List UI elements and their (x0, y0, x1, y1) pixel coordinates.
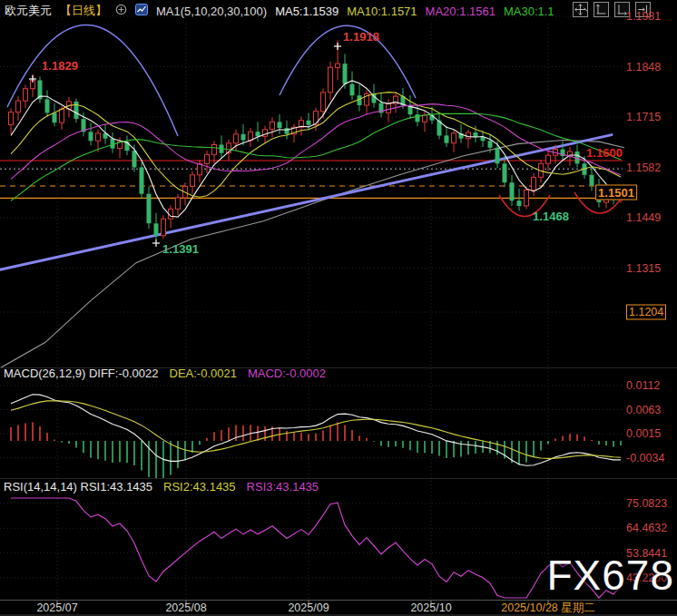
macd-diff-value: MACD(26,12,9) DIFF:-0.0022 (4, 367, 159, 380)
zoom-vertical-button[interactable] (594, 2, 609, 17)
chart-toolbar (573, 2, 651, 17)
rsi1-value: RSI(14,14,14) RSI1:43.1435 (4, 480, 152, 494)
jump-to-latest-icon (636, 3, 650, 16)
macd-layer (11, 395, 621, 478)
macd-macd-value: MACD:-0.0002 (248, 367, 326, 380)
ma10-value: MA10:1.1571 (347, 5, 417, 18)
arc-annotation (280, 25, 416, 98)
symbol-title: 欧元美元 (5, 3, 52, 19)
zoom-horizontal-icon (615, 3, 629, 16)
pan-button[interactable] (573, 2, 588, 17)
ma20-value: MA20:1.1561 (426, 5, 495, 18)
macd-diff-line (11, 395, 621, 466)
ma5-line (11, 81, 621, 217)
chart-header: 欧元美元 【日线】 MA1(5,10,20,30,100) MA5:1.1539… (5, 3, 554, 19)
indicator-chart-icon[interactable] (135, 4, 148, 18)
ma-settings-label: MA1(5,10,20,30,100) (156, 5, 267, 18)
zoom-vertical-icon (594, 3, 608, 16)
macd-dea-value: DEA:-0.0021 (170, 367, 237, 380)
pan-icon (574, 3, 587, 16)
period-label: 【日线】 (60, 3, 107, 19)
rsi2-value: RSI2:43.1435 (163, 480, 236, 494)
jump-to-latest-button[interactable] (635, 2, 651, 17)
rsi-header: RSI(14,14,14) RSI1:43.1435 RSI2:43.1435 … (4, 480, 319, 494)
circle-plus-icon[interactable] (115, 4, 127, 18)
fx678-watermark: FX678 (546, 551, 674, 600)
candles-layer (9, 40, 623, 240)
ma100-line (0, 141, 624, 368)
chart-window: 欧元美元 【日线】 MA1(5,10,20,30,100) MA5:1.1539… (0, 0, 677, 616)
rsi3-value: RSI3:43.1435 (247, 480, 319, 494)
rsi-line (11, 498, 621, 598)
macd-header: MACD(26,12,9) DIFF:-0.0022 DEA:-0.0021 M… (4, 367, 326, 380)
ma5-value: MA5:1.1539 (275, 5, 338, 18)
ma30-value: MA30:1.1 (504, 5, 554, 18)
price-chart-canvas[interactable] (0, 0, 677, 616)
zoom-horizontal-button[interactable] (614, 2, 630, 17)
